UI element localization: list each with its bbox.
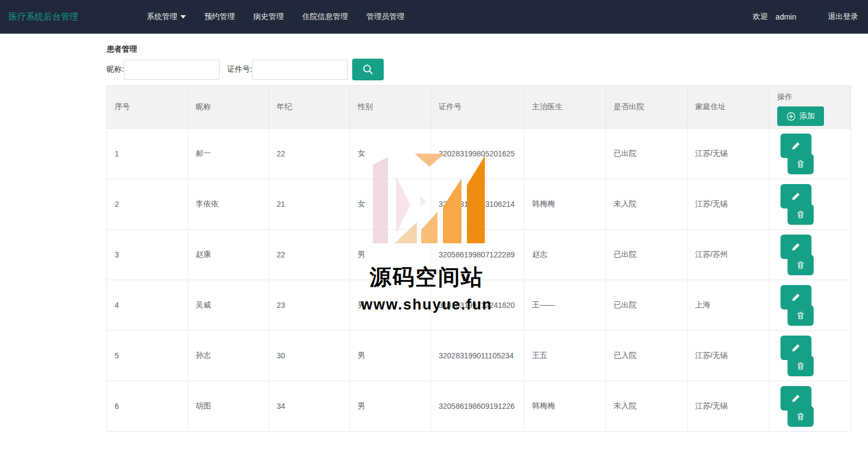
cell-idno: 320283199003106214	[431, 179, 524, 230]
table-row: 5 孙志 30 男 320283199011105234 王五 已入院 江苏/无…	[107, 331, 851, 381]
cell-gender: 男	[350, 381, 431, 432]
cell-discharge: 已出院	[606, 129, 688, 179]
search-filter-bar: 昵称: 证件号:	[107, 59, 851, 80]
trash-icon	[796, 210, 805, 219]
trash-icon	[796, 160, 805, 168]
patient-management-page: 患者管理 昵称: 证件号: 序号 昵称 年纪 性别	[107, 34, 851, 432]
menu-item-label: 住院信息管理	[302, 12, 348, 22]
operations-label: 操作	[777, 92, 792, 101]
cell-address: 江苏/无锡	[688, 331, 770, 381]
add-button-label: 添加	[800, 111, 815, 121]
col-gender: 性别	[350, 86, 431, 129]
nickname-label: 昵称:	[107, 65, 124, 74]
table-row: 2 李依依 21 女 320283199003106214 韩梅梅 未入院 江苏…	[107, 179, 851, 230]
main-menu: 系统管理 预约管理 病史管理 住院信息管理 管理员管理	[147, 12, 404, 22]
cell-gender: 男	[350, 331, 431, 381]
table-header-row: 序号 昵称 年纪 性别 证件号 主治医生 是否出院 家庭住址 操作	[107, 86, 851, 129]
idno-input[interactable]	[252, 60, 348, 80]
cell-nickname: 郝一	[188, 129, 269, 179]
pencil-icon	[791, 343, 801, 352]
pencil-icon	[791, 141, 801, 150]
cell-nickname: 赵康	[188, 230, 269, 280]
add-button[interactable]: 添加	[777, 106, 824, 126]
trash-icon	[796, 261, 805, 269]
cell-seq: 1	[107, 129, 188, 179]
delete-button[interactable]	[788, 305, 814, 326]
cell-doctor: 王——	[524, 280, 606, 331]
table-row: 4 吴威 23 男 310103199712241820 王—— 已出院 上海	[107, 280, 851, 331]
cell-gender: 男	[350, 230, 431, 280]
logout-link[interactable]: 退出登录	[828, 12, 858, 22]
cell-nickname: 吴威	[188, 280, 269, 331]
patients-table: 序号 昵称 年纪 性别 证件号 主治医生 是否出院 家庭住址 操作	[107, 85, 851, 432]
col-doctor: 主治医生	[524, 86, 606, 129]
col-address: 家庭住址	[688, 86, 770, 129]
menu-item-appointment[interactable]: 预约管理	[204, 12, 235, 22]
magnifier-icon	[362, 64, 374, 75]
menu-item-admin[interactable]: 管理员管理	[366, 12, 404, 22]
cell-operations	[770, 381, 851, 432]
pencil-icon	[791, 394, 801, 403]
cell-gender: 男	[350, 280, 431, 331]
cell-age: 22	[269, 129, 350, 179]
patients-tbody: 1 郝一 22 女 320283199805201625 已出院 江苏/无锡	[107, 129, 851, 432]
trash-icon	[796, 311, 805, 320]
col-operations: 操作 添加	[770, 86, 851, 129]
cell-address: 江苏/苏州	[688, 230, 770, 280]
delete-button[interactable]	[788, 255, 814, 275]
menu-item-label: 预约管理	[204, 12, 235, 22]
cell-doctor: 韩梅梅	[524, 179, 606, 230]
top-navbar: 医疗系统后台管理 系统管理 预约管理 病史管理 住院信息管理 管理员管理 欢迎 …	[0, 0, 868, 34]
trash-icon	[796, 362, 805, 370]
pencil-icon	[791, 192, 801, 201]
delete-button[interactable]	[788, 154, 814, 174]
cell-operations	[770, 280, 851, 331]
cell-idno: 320283199805201625	[431, 129, 524, 179]
cell-age: 34	[269, 381, 350, 432]
col-discharge: 是否出院	[606, 86, 688, 129]
cell-gender: 女	[350, 129, 431, 179]
cell-age: 30	[269, 331, 350, 381]
trash-icon	[796, 412, 805, 421]
cell-gender: 女	[350, 179, 431, 230]
page-title: 患者管理	[107, 45, 851, 54]
col-age: 年纪	[269, 86, 350, 129]
chevron-down-icon	[180, 15, 186, 18]
cell-seq: 2	[107, 179, 188, 230]
table-row: 6 胡图 34 男 320586198609191226 韩梅梅 未入院 江苏/…	[107, 381, 851, 432]
cell-doctor	[524, 129, 606, 179]
cell-discharge: 未入院	[606, 381, 688, 432]
cell-idno: 310103199712241820	[431, 280, 524, 331]
delete-button[interactable]	[788, 356, 814, 376]
search-button[interactable]	[352, 59, 384, 80]
cell-nickname: 李依依	[188, 179, 269, 230]
menu-item-system[interactable]: 系统管理	[147, 12, 186, 22]
cell-age: 21	[269, 179, 350, 230]
cell-discharge: 已出院	[606, 280, 688, 331]
cell-address: 江苏/无锡	[688, 179, 770, 230]
cell-seq: 5	[107, 331, 188, 381]
cell-doctor: 王五	[524, 331, 606, 381]
menu-item-inpatient[interactable]: 住院信息管理	[302, 12, 348, 22]
cell-age: 23	[269, 280, 350, 331]
welcome-text: 欢迎	[753, 12, 768, 22]
nickname-input[interactable]	[124, 60, 220, 80]
menu-item-label: 系统管理	[147, 12, 177, 22]
pencil-icon	[791, 293, 801, 302]
cell-nickname: 孙志	[188, 331, 269, 381]
cell-address: 上海	[688, 280, 770, 331]
cell-operations	[770, 179, 851, 230]
username: admin	[776, 12, 796, 21]
menu-item-history[interactable]: 病史管理	[253, 12, 284, 22]
navbar-right: 欢迎 admin 退出登录	[753, 12, 868, 22]
cell-operations	[770, 230, 851, 280]
col-idno: 证件号	[431, 86, 524, 129]
delete-button[interactable]	[788, 406, 814, 427]
delete-button[interactable]	[788, 204, 814, 225]
col-seq: 序号	[107, 86, 188, 129]
pencil-icon	[791, 242, 801, 251]
table-row: 1 郝一 22 女 320283199805201625 已出院 江苏/无锡	[107, 129, 851, 179]
table-row: 3 赵康 22 男 320586199807122289 赵志 已出院 江苏/苏…	[107, 230, 851, 280]
col-nickname: 昵称	[188, 86, 269, 129]
app-title[interactable]: 医疗系统后台管理	[0, 11, 87, 23]
